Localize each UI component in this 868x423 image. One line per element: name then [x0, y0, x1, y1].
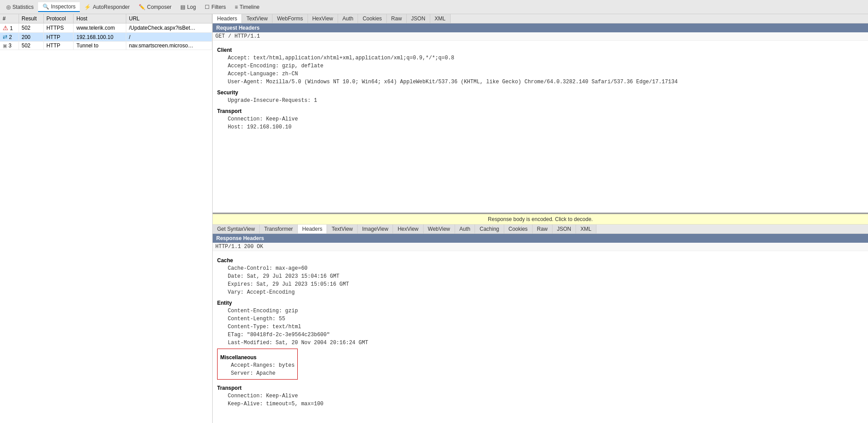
cell-host: Tunnel to — [74, 42, 126, 50]
cell-result: 502 — [19, 23, 43, 33]
response-tab-auth[interactable]: Auth — [455, 225, 475, 233]
request-body: ClientAccept: text/html,application/xhtm… — [213, 41, 868, 213]
col-header-protocol[interactable]: Protocol — [43, 14, 74, 23]
request-tab-auth[interactable]: Auth — [338, 14, 358, 23]
request-tab-bar: HeadersTextViewWebFormsHexViewAuthCookie… — [213, 14, 868, 23]
col-header-num[interactable]: # — [0, 14, 19, 23]
main-layout: # Result Protocol Host URL ⚠ 1 502 HTTPS… — [0, 14, 868, 423]
request-tab-hexview[interactable]: HexView — [308, 14, 338, 23]
response-tab-transformer[interactable]: Transformer — [260, 225, 298, 233]
table-row[interactable]: ▣ 3 502 HTTP Tunnel to nav.smartscreen.m… — [0, 42, 212, 50]
response-header-entry: Connection: Keep-Alive — [217, 392, 864, 400]
request-header-entry: Connection: Keep-Alive — [217, 115, 864, 123]
request-group-title: Security — [217, 89, 864, 96]
response-tab-raw[interactable]: Raw — [533, 225, 553, 233]
request-tab-raw[interactable]: Raw — [387, 14, 407, 23]
warning-icon: ⚠ — [3, 24, 8, 31]
log-button[interactable]: ▤ Log — [176, 3, 200, 12]
col-header-host[interactable]: Host — [74, 14, 126, 23]
response-header-entry: Date: Sat, 29 Jul 2023 15:04:16 GMT — [217, 272, 864, 280]
cell-num: ▣ 3 — [0, 42, 19, 50]
cell-num: ⚠ 1 — [0, 23, 19, 33]
request-tab-textview[interactable]: TextView — [242, 14, 272, 23]
response-headers-title: Response Headers — [213, 234, 868, 243]
response-group-title: Miscellaneous — [220, 354, 295, 361]
statistics-button[interactable]: ◎ Statistics — [2, 3, 38, 12]
cell-result: 502 — [19, 42, 43, 50]
right-pane: HeadersTextViewWebFormsHexViewAuthCookie… — [213, 14, 868, 423]
response-body: CacheCache-Control: max-age=60Date: Sat,… — [213, 251, 868, 423]
request-header-entry: Accept-Language: zh-CN — [217, 70, 864, 78]
table-row[interactable]: ⇄ 2 200 HTTP 192.168.100.10 / — [0, 33, 212, 42]
response-tab-webview[interactable]: WebView — [424, 225, 455, 233]
response-tab-cookies[interactable]: Cookies — [504, 225, 533, 233]
response-tab-get-syntaxview[interactable]: Get SyntaxView — [213, 225, 260, 233]
statistics-icon: ◎ — [6, 4, 11, 10]
response-header-entry: Content-Encoding: gzip — [217, 307, 864, 315]
filters-button[interactable]: ☐ Filters — [200, 3, 230, 12]
response-tab-imageview[interactable]: ImageView — [358, 225, 393, 233]
request-status-line: GET / HTTP/1.1 — [213, 32, 868, 41]
request-header-entry: Accept: text/html,application/xhtml+xml,… — [217, 54, 864, 62]
request-tab-headers[interactable]: Headers — [213, 14, 242, 23]
col-header-url[interactable]: URL — [126, 14, 212, 23]
response-header-entry: Content-Length: 55 — [217, 315, 864, 323]
sessions-table: # Result Protocol Host URL ⚠ 1 502 HTTPS… — [0, 14, 212, 423]
inspectors-icon: 🔍 — [43, 4, 49, 10]
top-toolbar: ◎ Statistics 🔍 Inspectors ⚡ AutoResponde… — [0, 0, 868, 14]
composer-button[interactable]: ✏️ Composer — [134, 3, 176, 12]
response-group-title: Transport — [217, 385, 864, 391]
response-tab-textview[interactable]: TextView — [327, 225, 358, 233]
response-tab-caching[interactable]: Caching — [475, 225, 504, 233]
cell-host: www.telerik.com — [74, 23, 126, 33]
cell-result: 200 — [19, 33, 43, 42]
response-group-title: Cache — [217, 257, 864, 264]
response-header-entry: Expires: Sat, 29 Jul 2023 15:05:16 GMT — [217, 280, 864, 288]
request-tab-cookies[interactable]: Cookies — [358, 14, 386, 23]
response-header-entry: Server: Apache — [220, 369, 295, 377]
miscellaneous-box: MiscellaneousAccept-Ranges: bytesServer:… — [217, 349, 298, 380]
cell-num: ⇄ 2 — [0, 33, 19, 42]
encoded-notice[interactable]: Response body is encoded. Click to decod… — [213, 214, 868, 225]
response-tab-xml[interactable]: XML — [576, 225, 596, 233]
request-group-title: Client — [217, 47, 864, 53]
table-row[interactable]: ⚠ 1 502 HTTPS www.telerik.com /UpdateChe… — [0, 23, 212, 33]
exchange-icon: ⇄ — [3, 34, 8, 40]
request-tab-xml[interactable]: XML — [430, 14, 451, 23]
cell-url: /UpdateCheck.aspx?isBet… — [126, 23, 212, 33]
response-header-entry: Last-Modified: Sat, 20 Nov 2004 20:16:24… — [217, 339, 864, 347]
col-header-result[interactable]: Result — [19, 14, 43, 23]
composer-icon: ✏️ — [139, 4, 145, 10]
filters-icon: ☐ — [205, 4, 210, 10]
response-tab-headers[interactable]: Headers — [298, 225, 327, 233]
inspectors-button[interactable]: 🔍 Inspectors — [38, 2, 80, 12]
response-section: Get SyntaxViewTransformerHeadersTextView… — [213, 225, 868, 423]
cell-protocol: HTTP — [43, 33, 74, 42]
response-header-entry: Accept-Ranges: bytes — [220, 361, 295, 369]
cell-host: 192.168.100.10 — [74, 33, 126, 42]
response-tab-hexview[interactable]: HexView — [393, 225, 423, 233]
request-header-entry: Host: 192.168.100.10 — [217, 123, 864, 131]
request-header-entry: Upgrade-Insecure-Requests: 1 — [217, 97, 864, 105]
cell-url: nav.smartscreen.microso… — [126, 42, 212, 50]
timeline-button[interactable]: ≡ Timeline — [230, 3, 264, 12]
response-header-entry: Keep-Alive: timeout=5, max=100 — [217, 400, 864, 408]
response-header-entry: Content-Type: text/html — [217, 323, 864, 331]
autoresponder-icon: ⚡ — [84, 4, 91, 10]
inspector-content: HeadersTextViewWebFormsHexViewAuthCookie… — [213, 14, 868, 423]
cell-url: / — [126, 33, 212, 42]
request-header-entry: Accept-Encoding: gzip, deflate — [217, 62, 864, 70]
response-tab-json[interactable]: JSON — [553, 225, 576, 233]
log-icon: ▤ — [180, 4, 185, 10]
left-pane: # Result Protocol Host URL ⚠ 1 502 HTTPS… — [0, 14, 213, 423]
response-tab-bar: Get SyntaxViewTransformerHeadersTextView… — [213, 225, 868, 234]
autoresponder-button[interactable]: ⚡ AutoResponder — [80, 3, 134, 12]
request-section: HeadersTextViewWebFormsHexViewAuthCookie… — [213, 14, 868, 214]
response-group-title: Entity — [217, 300, 864, 306]
cell-protocol: HTTP — [43, 42, 74, 50]
response-header-entry: ETag: "80418fd-2c-3e9564c23b600" — [217, 331, 864, 339]
request-tab-webforms[interactable]: WebForms — [272, 14, 307, 23]
response-header-entry: Vary: Accept-Encoding — [217, 288, 864, 296]
request-tab-json[interactable]: JSON — [407, 14, 430, 23]
response-header-entry: Cache-Control: max-age=60 — [217, 264, 864, 272]
